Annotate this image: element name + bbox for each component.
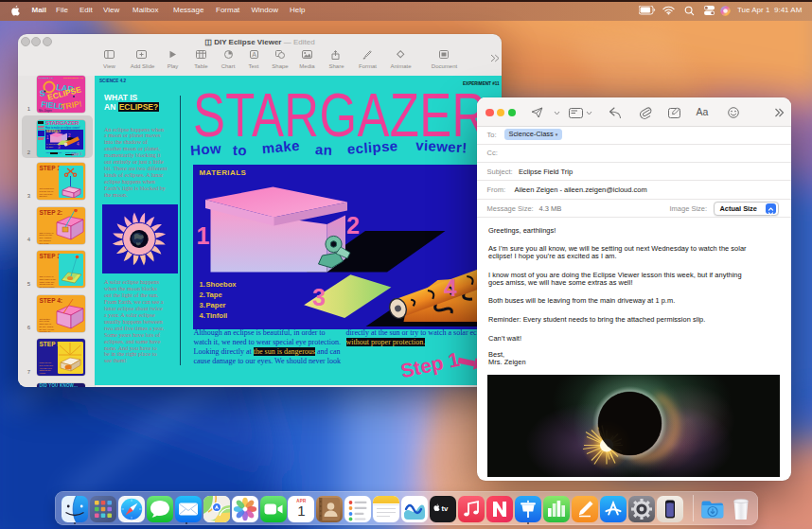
svg-text:S: S (39, 88, 45, 98)
svg-text:TRIP!: TRIP! (60, 98, 82, 112)
svg-text:1: 1 (196, 222, 209, 249)
svg-text:1: 1 (46, 135, 49, 140)
svg-text:3: 3 (312, 284, 326, 310)
svg-text:2: 2 (346, 212, 360, 238)
svg-text:4: 4 (444, 274, 457, 301)
svg-text:Mrs. Zeigen: Mrs. Zeigen (39, 109, 52, 113)
svg-text:A: A (252, 51, 256, 58)
svg-text:tv: tv (442, 504, 450, 513)
svg-text:4: 4 (77, 142, 79, 147)
svg-text:3: 3 (58, 145, 61, 150)
